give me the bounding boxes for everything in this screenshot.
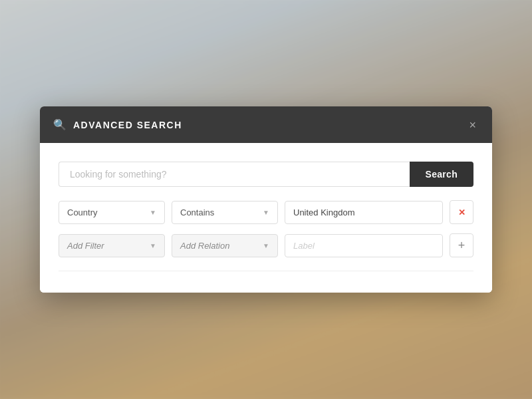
add-relation-label: Add Relation [180, 241, 229, 251]
delete-icon: ✕ [458, 207, 466, 217]
add-filter-label: Add Filter [67, 241, 104, 251]
add-relation-button[interactable]: Add Relation ▼ [172, 234, 278, 257]
search-input[interactable] [59, 162, 410, 187]
field-dropdown[interactable]: Country ▼ [59, 201, 165, 224]
add-relation-chevron-icon: ▼ [263, 242, 269, 249]
modal-title: ADVANCED SEARCH [73, 120, 182, 130]
modal-header-left: 🔍 ADVANCED SEARCH [53, 118, 182, 131]
close-button[interactable]: × [466, 119, 479, 131]
operator-label: Contains [180, 207, 214, 217]
filter-value-input[interactable] [285, 201, 443, 224]
add-row: Add Filter ▼ Add Relation ▼ + [59, 233, 473, 257]
modal-body: Search Country ▼ Contains ▼ ✕ [40, 143, 492, 293]
delete-filter-button[interactable]: ✕ [450, 200, 473, 224]
search-icon: 🔍 [53, 118, 66, 131]
modal-wrapper: 🔍 ADVANCED SEARCH × Search Country ▼ Con… [0, 0, 532, 399]
label-input[interactable] [285, 234, 443, 257]
divider [59, 271, 473, 271]
add-label-button[interactable]: + [450, 233, 473, 257]
filter-row: Country ▼ Contains ▼ ✕ [59, 200, 473, 224]
field-chevron-icon: ▼ [150, 209, 156, 216]
advanced-search-modal: 🔍 ADVANCED SEARCH × Search Country ▼ Con… [40, 106, 492, 293]
add-filter-button[interactable]: Add Filter ▼ [59, 234, 165, 257]
search-row: Search [59, 162, 473, 187]
field-label: Country [67, 207, 98, 217]
add-filter-chevron-icon: ▼ [150, 242, 156, 249]
modal-header: 🔍 ADVANCED SEARCH × [40, 106, 492, 143]
operator-chevron-icon: ▼ [263, 209, 269, 216]
operator-dropdown[interactable]: Contains ▼ [172, 201, 278, 224]
plus-icon: + [458, 239, 466, 253]
search-button[interactable]: Search [410, 162, 474, 187]
